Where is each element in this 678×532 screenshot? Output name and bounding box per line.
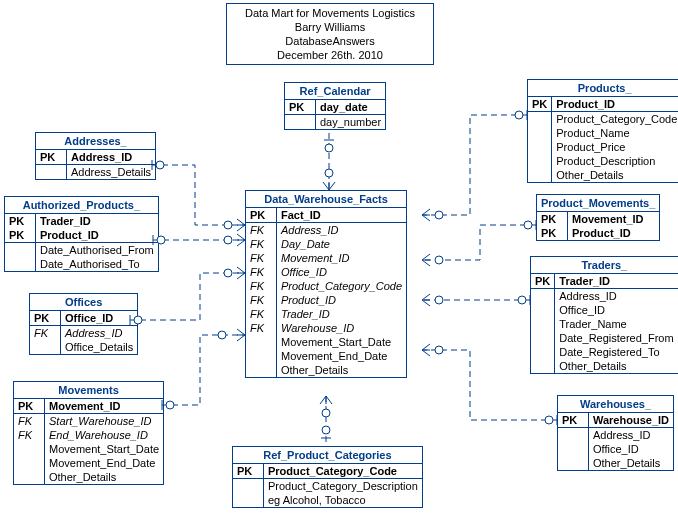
- key-indicator: [531, 317, 555, 331]
- svg-point-26: [325, 144, 333, 152]
- attribute-name: eg Alcohol, Tobacco: [264, 493, 422, 507]
- key-indicator: FK: [246, 223, 277, 238]
- entity-products: Products_ PKProduct_IDProduct_Category_C…: [527, 79, 678, 183]
- key-indicator: [5, 257, 36, 271]
- diagram-title: Data Mart for Movements Logistics Barry …: [226, 3, 434, 65]
- entity-offices: Offices PKOffice_IDFKAddress_IDOffice_De…: [29, 293, 138, 355]
- key-indicator: [246, 349, 277, 363]
- svg-line-29: [329, 182, 335, 190]
- attribute-name: Date_Registered_To: [555, 345, 678, 359]
- attribute-name: Movement_End_Date: [277, 349, 407, 363]
- svg-line-54: [422, 300, 430, 306]
- title-line: December 26th. 2010: [235, 48, 425, 62]
- key-indicator: FK: [246, 237, 277, 251]
- key-indicator: [36, 165, 67, 180]
- key-indicator: [528, 112, 552, 127]
- attribute-name: Product_ID: [277, 293, 407, 307]
- title-line: Data Mart for Movements Logistics: [235, 6, 425, 20]
- svg-point-51: [518, 296, 526, 304]
- svg-point-37: [322, 409, 330, 417]
- entity-header: Addresses_: [36, 133, 155, 150]
- key-indicator: [233, 493, 264, 507]
- entity-header: Data_Warehouse_Facts: [246, 191, 406, 208]
- entity-product-movements: Product_Movements_ PKMovement_IDPKProduc…: [536, 194, 660, 241]
- attribute-name: Movement_ID: [45, 399, 164, 414]
- attribute-name: Movement_End_Date: [45, 456, 164, 470]
- key-indicator: [14, 456, 45, 470]
- svg-line-2: [237, 219, 245, 225]
- key-indicator: [531, 303, 555, 317]
- attribute-name: Product_Category_Code: [264, 464, 422, 479]
- attribute-name: Office_Details: [61, 340, 138, 354]
- key-indicator: FK: [246, 321, 277, 335]
- attribute-name: Product_Category_Code: [552, 112, 678, 127]
- entity-header: Products_: [528, 80, 678, 97]
- key-indicator: PK: [233, 464, 264, 479]
- entity-header: Traders_: [531, 257, 678, 274]
- key-indicator: [528, 126, 552, 140]
- key-indicator: [246, 363, 277, 377]
- key-indicator: [14, 470, 45, 484]
- key-indicator: [233, 479, 264, 494]
- key-indicator: FK: [246, 307, 277, 321]
- attribute-name: Date_Authorised_To: [36, 257, 158, 271]
- entity-traders: Traders_ PKTrader_IDAddress_IDOffice_IDT…: [530, 256, 678, 374]
- key-indicator: PK: [14, 399, 45, 414]
- key-indicator: [531, 345, 555, 359]
- key-indicator: [531, 331, 555, 345]
- svg-point-33: [322, 426, 330, 434]
- key-indicator: FK: [14, 414, 45, 429]
- svg-line-58: [422, 344, 430, 350]
- key-indicator: FK: [246, 251, 277, 265]
- key-indicator: PK: [246, 208, 277, 223]
- attribute-name: Date_Authorised_From: [36, 243, 158, 258]
- svg-line-42: [422, 215, 430, 221]
- attribute-name: Trader_ID: [277, 307, 407, 321]
- key-indicator: [30, 340, 61, 354]
- attribute-name: Fact_ID: [277, 208, 407, 223]
- key-indicator: [528, 140, 552, 154]
- key-indicator: [528, 168, 552, 182]
- key-indicator: [285, 115, 316, 130]
- attribute-name: Movement_Start_Date: [277, 335, 407, 349]
- attribute-name: Address_ID: [589, 428, 674, 443]
- attribute-name: Address_ID: [277, 223, 407, 238]
- attribute-name: Trader_ID: [555, 274, 678, 289]
- key-indicator: [531, 359, 555, 373]
- svg-line-14: [237, 267, 245, 273]
- svg-line-16: [237, 273, 245, 279]
- attribute-name: Warehouse_ID: [277, 321, 407, 335]
- key-indicator: PK: [30, 311, 61, 326]
- svg-line-22: [237, 335, 245, 341]
- attribute-name: Office_ID: [589, 442, 674, 456]
- entity-ref-product-categories: Ref_Product_Categories PKProduct_Categor…: [232, 446, 423, 508]
- svg-line-34: [320, 396, 326, 404]
- attribute-name: Address_ID: [67, 150, 156, 165]
- title-line: Barry Williams: [235, 20, 425, 34]
- attribute-name: End_Warehouse_ID: [45, 428, 164, 442]
- attribute-name: Product_Price: [552, 140, 678, 154]
- svg-point-11: [224, 236, 232, 244]
- svg-line-60: [422, 350, 430, 356]
- attribute-name: Product_Description: [552, 154, 678, 168]
- entity-header: Warehouses_: [558, 396, 673, 413]
- key-indicator: [246, 335, 277, 349]
- key-indicator: FK: [246, 265, 277, 279]
- svg-line-27: [323, 182, 329, 190]
- key-indicator: FK: [246, 293, 277, 307]
- attribute-name: Other_Details: [589, 456, 674, 470]
- entity-header: Product_Movements_: [537, 195, 659, 212]
- attribute-name: Office_ID: [61, 311, 138, 326]
- attribute-name: Office_ID: [555, 303, 678, 317]
- entity-warehouses: Warehouses_ PKWarehouse_IDAddress_IDOffi…: [557, 395, 674, 471]
- entity-movements: Movements PKMovement_IDFKStart_Warehouse…: [13, 381, 164, 485]
- svg-point-55: [435, 296, 443, 304]
- key-indicator: FK: [246, 279, 277, 293]
- entity-addresses: Addresses_ PKAddress_IDAddress_Details: [35, 132, 156, 180]
- key-indicator: PK: [558, 413, 589, 428]
- svg-point-1: [156, 161, 164, 169]
- key-indicator: PK: [5, 228, 36, 243]
- attribute-name: day_date: [316, 100, 386, 115]
- key-indicator: FK: [30, 326, 61, 341]
- svg-line-10: [237, 240, 245, 246]
